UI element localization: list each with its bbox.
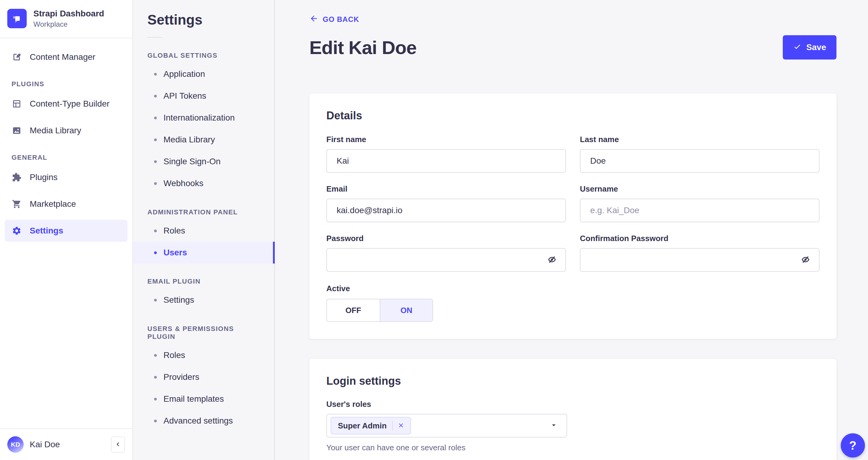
- login-settings-title: Login settings: [326, 375, 819, 387]
- first-name-field[interactable]: [326, 149, 566, 173]
- sidebar-item-content-manager[interactable]: Content Manager: [5, 46, 127, 68]
- subnav-item-label: Roles: [163, 226, 185, 236]
- sidebar-item-content-type-builder[interactable]: Content-Type Builder: [5, 93, 127, 115]
- sidebar-item-label: Media Library: [30, 126, 81, 136]
- sidebar-section-plugins: PLUGINS: [5, 80, 127, 88]
- username-field[interactable]: [580, 199, 819, 222]
- email-label: Email: [326, 184, 566, 194]
- active-on-button[interactable]: ON: [380, 299, 432, 321]
- subnav-item-media-library[interactable]: Media Library: [133, 129, 274, 151]
- user-roles-select[interactable]: Super Admin: [326, 414, 567, 437]
- details-form: First name Last name Email Username Pass…: [326, 135, 819, 272]
- page-title: Edit Kai Doe: [309, 37, 416, 58]
- sidebar-item-label: Marketplace: [30, 199, 76, 209]
- subnav-item-application[interactable]: Application: [133, 63, 274, 85]
- subnav-section-email-plugin: EMAIL PLUGIN: [133, 278, 274, 285]
- subnav-item-label: API Tokens: [163, 91, 206, 101]
- sidebar-item-settings[interactable]: Settings: [5, 220, 127, 242]
- subnav-item-label: Email templates: [163, 394, 224, 404]
- subnav-item-email-templates[interactable]: Email templates: [133, 388, 274, 410]
- sidebar-item-marketplace[interactable]: Marketplace: [5, 193, 127, 215]
- subnav-item-up-roles[interactable]: Roles: [133, 344, 274, 366]
- bullet-icon: [154, 251, 157, 254]
- password-field[interactable]: [326, 248, 566, 272]
- active-off-button[interactable]: OFF: [327, 299, 380, 321]
- confirmation-password-field[interactable]: [580, 248, 819, 272]
- brand-home-link[interactable]: Strapi Dashboard Workplace: [0, 0, 132, 38]
- toggle-password-visibility-button[interactable]: [546, 254, 558, 266]
- subnav-item-single-sign-on[interactable]: Single Sign-On: [133, 151, 274, 172]
- user-name: Kai Doe: [30, 440, 60, 449]
- sidebar-item-label: Plugins: [30, 172, 58, 182]
- sidebar-item-media-library[interactable]: Media Library: [5, 120, 127, 142]
- subnav-item-label: Roles: [163, 350, 185, 360]
- details-title: Details: [326, 109, 819, 122]
- settings-subnav: Settings GLOBAL SETTINGS Application API…: [133, 0, 275, 460]
- active-label: Active: [326, 284, 819, 293]
- subnav-section-users-permissions-plugin: USERS & PERMISSIONS PLUGIN: [133, 325, 274, 341]
- bullet-icon: [154, 299, 157, 301]
- first-name-group: First name: [326, 135, 566, 173]
- go-back-link[interactable]: GO BACK: [309, 14, 359, 25]
- last-name-label: Last name: [580, 135, 819, 144]
- subnav-item-admin-roles[interactable]: Roles: [133, 220, 274, 242]
- brand-subtitle: Workplace: [33, 20, 104, 29]
- remove-role-button[interactable]: [392, 421, 409, 431]
- subnav-section-global-settings: GLOBAL SETTINGS: [133, 52, 274, 59]
- active-toggle-group: Active OFF ON: [326, 284, 819, 322]
- subnav-item-advanced-settings[interactable]: Advanced settings: [133, 410, 274, 432]
- last-name-field[interactable]: [580, 149, 819, 173]
- subnav-item-webhooks[interactable]: Webhooks: [133, 172, 274, 194]
- subnav-item-api-tokens[interactable]: API Tokens: [133, 85, 274, 107]
- bullet-icon: [154, 73, 157, 76]
- save-label: Save: [806, 42, 826, 52]
- role-chip: Super Admin: [331, 417, 411, 434]
- bullet-icon: [154, 230, 157, 232]
- go-back-label: GO BACK: [323, 15, 359, 24]
- chevron-down-icon: [550, 421, 558, 431]
- help-button[interactable]: ?: [841, 433, 865, 458]
- subnav-item-label: Settings: [163, 295, 194, 305]
- avatar[interactable]: KD: [7, 436, 24, 453]
- collapse-sidebar-button[interactable]: [111, 436, 125, 453]
- subnav-item-admin-users[interactable]: Users: [133, 242, 274, 263]
- cart-icon: [11, 199, 22, 209]
- toggle-confirmation-visibility-button[interactable]: [800, 254, 812, 266]
- page-header: Edit Kai Doe Save: [309, 35, 836, 59]
- eye-off-icon: [801, 255, 810, 265]
- user-roles-group: User's roles Super Admin Your user can h…: [326, 400, 567, 452]
- subnav-item-providers[interactable]: Providers: [133, 366, 274, 388]
- subnav-section-administration-panel: ADMINISTRATION PANEL: [133, 208, 274, 216]
- bullet-icon: [154, 95, 157, 97]
- roles-helper-text: Your user can have one or several roles: [326, 443, 567, 452]
- login-settings-card: Login settings User's roles Super Admin …: [309, 359, 836, 460]
- email-field[interactable]: [326, 199, 566, 222]
- details-card: Details First name Last name Email Usern…: [309, 93, 836, 339]
- user-roles-label: User's roles: [326, 400, 567, 409]
- subnav-item-label: Application: [163, 69, 205, 79]
- sidebar-item-label: Content-Type Builder: [30, 99, 110, 109]
- bullet-icon: [154, 398, 157, 401]
- first-name-label: First name: [326, 135, 566, 144]
- bullet-icon: [154, 139, 157, 141]
- gear-icon: [11, 226, 22, 236]
- strapi-logo-icon: [7, 9, 27, 28]
- divider: [147, 37, 162, 38]
- main-content: GO BACK Edit Kai Doe Save Details First …: [275, 0, 868, 460]
- save-button[interactable]: Save: [783, 35, 836, 59]
- puzzle-icon: [11, 172, 22, 182]
- sidebar-nav: Content Manager PLUGINS Content-Type Bui…: [0, 38, 132, 428]
- subnav-item-label: Users: [163, 248, 187, 257]
- active-toggle: OFF ON: [326, 299, 433, 322]
- bullet-icon: [154, 420, 157, 422]
- sidebar-item-plugins[interactable]: Plugins: [5, 166, 127, 188]
- password-label: Password: [326, 234, 566, 243]
- main-sidebar: Strapi Dashboard Workplace Content Manag…: [0, 0, 133, 460]
- subnav-item-label: Media Library: [163, 135, 215, 145]
- eye-off-icon: [547, 255, 557, 265]
- subnav-item-internationalization[interactable]: Internationalization: [133, 107, 274, 129]
- feather-pen-icon: [11, 52, 22, 62]
- confirmation-password-label: Confirmation Password: [580, 234, 819, 243]
- sidebar-section-general: GENERAL: [5, 154, 127, 162]
- subnav-item-email-settings[interactable]: Settings: [133, 289, 274, 311]
